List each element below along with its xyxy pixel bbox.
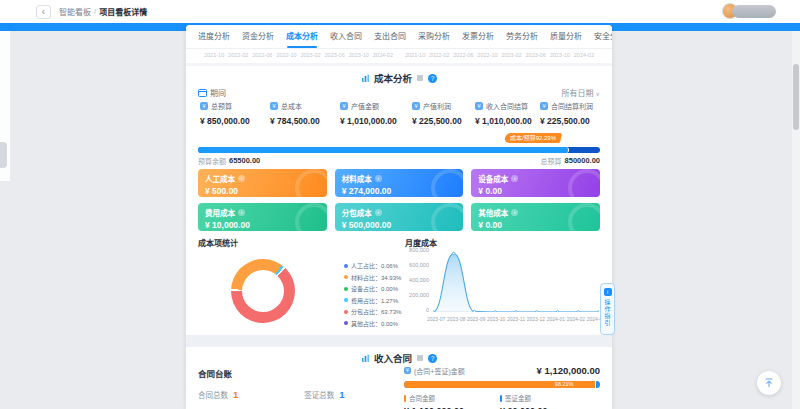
axis-date: 2022-02 <box>228 52 248 60</box>
cost-card[interactable]: 分包成本› ¥ 500,000.00 <box>335 203 464 231</box>
chart-flag-icon <box>361 74 370 83</box>
y-tick: 600,000 <box>409 262 429 268</box>
axis-date: 2023-10 <box>550 52 570 60</box>
metric-output-profit: ¥产值利润 ¥ 225,500.00 <box>412 101 462 126</box>
budget-total-value: 850000.00 <box>565 156 600 166</box>
metric-value: ¥ 784,500.00 <box>270 116 320 126</box>
cost-section-header: 成本分析 ? <box>186 71 612 85</box>
income-legend-marker <box>500 395 502 402</box>
budget-progress-fill <box>198 147 569 153</box>
arrow-right-icon: › <box>375 209 382 216</box>
axis-date: 2021-10 <box>405 52 425 60</box>
chevron-down-icon: ∨ <box>596 91 600 97</box>
ledger-stat: 合同总数 1 <box>198 389 238 400</box>
x-tick: 2023-12 <box>527 316 545 322</box>
yuan-icon: ¥ <box>200 102 208 110</box>
analysis-tabbar: 进度分析 资金分析 成本分析 收入合同 支出合同 采购分析 发票分析 劳务分析 … <box>186 25 612 49</box>
metric-label: 收入合同结算 <box>486 101 528 111</box>
cost-card[interactable]: 人工成本› ¥ 500.00 <box>198 169 327 197</box>
x-tick: 2023-09 <box>467 316 485 322</box>
cost-card-value: ¥ 0.00 <box>478 186 593 196</box>
drag-grip-icon <box>416 74 424 82</box>
cost-card[interactable]: 费用成本› ¥ 10,000.00 <box>198 203 327 231</box>
side-guide-tab[interactable]: i 操作指引 <box>600 283 615 335</box>
cost-card[interactable]: 设备成本› ¥ 0.00 <box>471 169 600 197</box>
help-icon[interactable]: ? <box>428 354 437 363</box>
axis-date: 2023-06 <box>325 52 345 60</box>
charts-row: 成本项统计 人工占比：0.06% 材料占比：34.93% 设备占比：0.00% … <box>198 237 600 333</box>
ledger-stat-value[interactable]: 1 <box>339 389 344 400</box>
axis-date: 2022-06 <box>252 52 272 60</box>
x-tick: 2024-02 <box>567 316 585 322</box>
legend-row: 材料占比：34.93% <box>344 273 401 282</box>
income-stacked-bar: 98.21% <box>404 381 600 388</box>
axis-date: 2024-02 <box>574 52 594 60</box>
arrow-right-icon: › <box>511 175 518 182</box>
legend-row: 设备占比：0.00% <box>344 284 401 293</box>
tab-funds[interactable]: 资金分析 <box>242 25 274 48</box>
axis-date: 2022-02 <box>429 52 449 60</box>
help-icon[interactable]: ? <box>428 74 437 83</box>
arrow-right-icon: › <box>375 175 382 182</box>
tab-expense-contract[interactable]: 支出合同 <box>374 25 406 48</box>
back-button[interactable]: ‹ <box>36 5 51 19</box>
axis-date: 2021-10 <box>204 52 224 60</box>
tab-quality[interactable]: 质量分析 <box>550 25 582 48</box>
metric-value: ¥ 225,500.00 <box>540 116 593 126</box>
date-filter-dropdown[interactable]: 所有日期∨ <box>562 87 600 98</box>
arrow-right-icon: › <box>238 209 245 216</box>
cost-card-label: 其他成本 <box>478 207 508 218</box>
header-toolbar-pill[interactable] <box>732 5 776 18</box>
legend-row: 其他占比：0.00% <box>344 319 401 328</box>
yuan-icon: ¥ <box>540 102 548 110</box>
breadcrumb-separator: / <box>94 7 96 16</box>
cost-card-label: 材料成本 <box>342 173 372 184</box>
cost-cards-grid: 人工成本› ¥ 500.00 材料成本› ¥ 274,000.00 设备成本› … <box>198 169 600 231</box>
axis-date: 2023-02 <box>300 52 320 60</box>
income-legend-label: 签证金额 <box>505 393 531 403</box>
cost-donut <box>231 259 295 323</box>
monthly-x-axis: 2023-07 2023-08 2023-09 2023-10 2023-11 … <box>427 316 605 322</box>
panel-drag-handle[interactable] <box>0 142 7 168</box>
cost-card-label: 分包成本 <box>342 207 372 218</box>
metric-settlement-profit: ¥合同结算利润 ¥ 225,500.00 <box>540 101 593 126</box>
tab-progress[interactable]: 进度分析 <box>198 25 230 48</box>
income-bar-contract: 98.21% <box>404 381 596 388</box>
tab-safety[interactable]: 安全分析 <box>594 25 612 48</box>
cost-card-value: ¥ 500,000.00 <box>342 220 457 230</box>
cost-card[interactable]: 材料成本› ¥ 274,000.00 <box>335 169 464 197</box>
tab-labor[interactable]: 劳务分析 <box>506 25 538 48</box>
metric-label: 总成本 <box>281 101 302 111</box>
budget-remain-value: 65500.00 <box>229 156 260 166</box>
dashboard-detail-card: 进度分析 资金分析 成本分析 收入合同 支出合同 采购分析 发票分析 劳务分析 … <box>186 25 612 409</box>
metric-output-amount: ¥产值金额 ¥ 1,010,000.00 <box>340 101 397 126</box>
scrollbar-thumb[interactable] <box>793 64 799 130</box>
cost-card[interactable]: 其他成本› ¥ 0.00 <box>471 203 600 231</box>
x-tick: 2023-11 <box>507 316 525 322</box>
metric-income-settlement: ¥收入合同结算 ¥ 1,010,000.00 <box>475 101 532 126</box>
y-tick: 200,000 <box>409 292 429 298</box>
axis-date: 2022-06 <box>453 52 473 60</box>
cost-card-value: ¥ 500.00 <box>205 186 320 196</box>
tab-cost[interactable]: 成本分析 <box>286 25 318 48</box>
tab-invoice[interactable]: 发票分析 <box>462 25 494 48</box>
cost-card-label: 人工成本 <box>205 173 235 184</box>
yuan-icon: ¥ <box>475 102 483 110</box>
back-to-top-button[interactable] <box>757 371 781 395</box>
budget-progress-labels: 预算余额 65500.00 总预算 850000.00 <box>198 156 600 166</box>
metric-label: 合同结算利润 <box>551 101 593 111</box>
income-contract-row: 合同台账 合同总数 1 签证总数 1 ¥ (合同+签证)金额 ¥ 1,120,0… <box>198 365 600 409</box>
page-scrollbar[interactable] <box>792 31 800 409</box>
metric-total-budget: ¥总预算 ¥ 850,000.00 <box>200 101 250 126</box>
tab-income-contract[interactable]: 收入合同 <box>330 25 362 48</box>
ledger-stat-value[interactable]: 1 <box>233 389 238 400</box>
donut-chart-title: 成本项统计 <box>198 237 238 248</box>
axis-date: 2022-10 <box>276 52 296 60</box>
ledger-title: 合同台账 <box>198 367 232 379</box>
tab-procurement[interactable]: 采购分析 <box>418 25 450 48</box>
donut-legend-dot <box>344 275 348 279</box>
yuan-icon: ¥ <box>340 102 348 110</box>
date-filter-value: 所有日期 <box>562 89 594 98</box>
legend-label: 费用占比：1.27% <box>351 296 398 305</box>
breadcrumb-root[interactable]: 智能看板 <box>59 6 91 17</box>
